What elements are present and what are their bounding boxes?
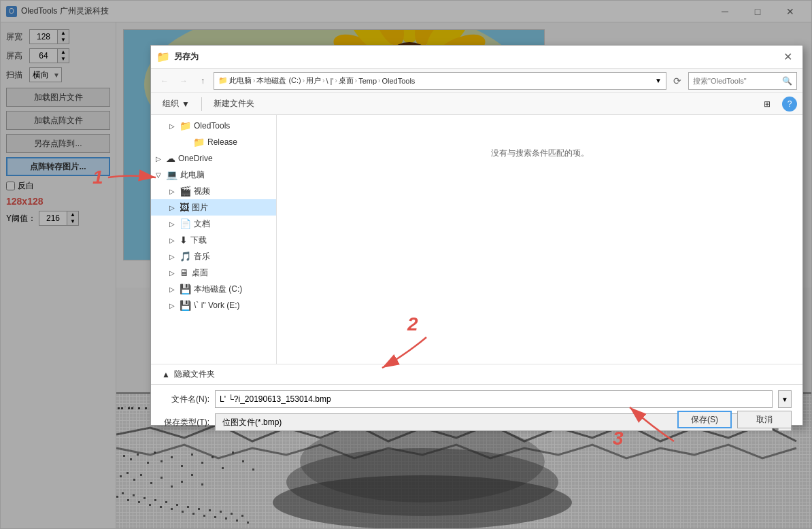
sidebar-label-oledtools: OledTools xyxy=(194,121,230,131)
sidebar-item-onedrive[interactable]: ▷ ☁ OneDrive xyxy=(151,150,276,167)
sidebar-label-downloads: 下载 xyxy=(190,235,207,246)
dialog-close-button[interactable]: ✕ xyxy=(778,48,797,67)
filename-row: 文件名(N): ▼ xyxy=(162,390,792,408)
sidebar-item-music[interactable]: ▷ 🎵 音乐 xyxy=(151,248,276,264)
expand-diske[interactable]: ▷ xyxy=(167,301,177,310)
dialog-bottom: 文件名(N): ▼ 保存类型(T): 位图文件(*.bmp) ▼ 保存(S) 取… xyxy=(151,384,802,437)
expand-onedrive[interactable]: ▷ xyxy=(154,154,163,163)
breadcrumb-temp: Temp xyxy=(358,77,377,85)
help-button[interactable]: ? xyxy=(782,97,797,112)
breadcrumb-bar[interactable]: 📁 此电脑 › 本地磁盘 (C:) › 用户 › \ |' › 桌面 › Tem… xyxy=(214,72,666,90)
refresh-button[interactable]: ⟳ xyxy=(669,73,686,89)
expand-desktop[interactable]: ▷ xyxy=(167,268,177,277)
search-box: 🔍 xyxy=(688,72,797,90)
sidebar-label-diskc: 本地磁盘 (C:) xyxy=(194,284,242,295)
dialog-actions: 保存(S) 取消 xyxy=(677,411,792,428)
filename-dropdown-button[interactable]: ▼ xyxy=(778,390,792,408)
sidebar-label-music: 音乐 xyxy=(194,251,210,262)
filename-input[interactable] xyxy=(215,390,773,408)
sidebar-label-onedrive: OneDrive xyxy=(178,154,213,163)
dialog-title-bar: 📁 另存为 ✕ xyxy=(151,46,802,69)
expand-oledtools[interactable]: ▷ xyxy=(167,121,177,131)
address-bar: ← → ↑ 📁 此电脑 › 本地磁盘 (C:) › 用户 › \ |' › 桌面… xyxy=(151,69,802,93)
expand-music[interactable]: ▷ xyxy=(167,252,177,261)
no-match-text: 没有与搜索条件匹配的项。 xyxy=(282,148,797,159)
file-sidebar: ▷ 📁 OledTools 📁 Release ▷ ☁ OneDrive xyxy=(151,115,277,364)
sidebar-item-oledtools[interactable]: ▷ 📁 OledTools xyxy=(151,118,276,134)
cancel-button[interactable]: 取消 xyxy=(737,411,792,428)
sidebar-label-images: 图片 xyxy=(192,202,208,214)
save-as-dialog: 📁 另存为 ✕ ← → ↑ 📁 此电脑 › 本地磁盘 (C:) › 用户 › \… xyxy=(150,45,803,426)
dialog-title-text: 另存为 xyxy=(174,51,199,63)
expand-computer[interactable]: ▽ xyxy=(154,170,163,180)
expand-docs[interactable]: ▷ xyxy=(167,219,177,228)
sidebar-label-video: 视频 xyxy=(194,186,210,197)
save-button[interactable]: 保存(S) xyxy=(677,411,732,428)
expand-downloads[interactable]: ▷ xyxy=(167,235,177,245)
organize-arrow: ▼ xyxy=(182,99,190,109)
breadcrumb-dropdown[interactable]: ▼ xyxy=(655,77,662,84)
sidebar-item-docs[interactable]: ▷ 📄 文档 xyxy=(151,216,276,232)
view-button[interactable]: ⊞ xyxy=(758,96,777,112)
expand-video[interactable]: ▷ xyxy=(167,186,177,196)
file-toolbar: 组织 ▼ 新建文件夹 ⊞ ? xyxy=(151,93,802,115)
breadcrumb-folder-icon: 📁 xyxy=(218,76,228,85)
organize-label: 组织 xyxy=(163,98,179,109)
breadcrumb-oledtools: OledTools xyxy=(382,77,415,85)
forward-button[interactable]: → xyxy=(175,73,192,89)
hide-folders-arrow: ▲ xyxy=(162,370,170,379)
expand-release[interactable] xyxy=(181,137,190,147)
search-input[interactable] xyxy=(693,77,779,85)
app-window: O OledTools 广州灵派科技 ─ □ ✕ 屏宽 128 ▲ ▼ 屏高 xyxy=(0,0,812,529)
file-list: 没有与搜索条件匹配的项。 xyxy=(277,115,802,364)
breadcrumb-desktop: 桌面 xyxy=(339,75,354,86)
sidebar-label-desktop: 桌面 xyxy=(192,267,208,279)
breadcrumb-disk: 本地磁盘 (C:) xyxy=(256,75,301,86)
sidebar-item-diske[interactable]: ▷ 💾 \` i" Vork (E:) xyxy=(151,297,276,313)
sidebar-item-diskc[interactable]: ▷ 💾 本地磁盘 (C:) xyxy=(151,281,276,297)
sidebar-item-desktop[interactable]: ▷ 🖥 桌面 xyxy=(151,264,276,281)
sidebar-label-computer: 此电脑 xyxy=(180,169,205,181)
search-icon: 🔍 xyxy=(782,76,792,86)
sidebar-label-release: Release xyxy=(207,137,237,147)
toolbar-separator xyxy=(201,97,202,111)
organize-button[interactable]: 组织 ▼ xyxy=(156,96,196,112)
sidebar-label-docs: 文档 xyxy=(194,218,210,230)
up-button[interactable]: ↑ xyxy=(194,73,211,89)
sidebar-item-computer[interactable]: ▽ 💻 此电脑 xyxy=(151,167,276,183)
breadcrumb-users: 用户 xyxy=(306,75,321,86)
dialog-content: ▷ 📁 OledTools 📁 Release ▷ ☁ OneDrive xyxy=(151,115,802,364)
hide-folders-label: 隐藏文件夹 xyxy=(174,369,215,380)
sidebar-item-video[interactable]: ▷ 🎬 视频 xyxy=(151,183,276,199)
breadcrumb-user: \ |' xyxy=(326,77,333,85)
back-button[interactable]: ← xyxy=(156,73,173,89)
hide-folders-row: ▲ 隐藏文件夹 xyxy=(151,364,802,384)
sidebar-label-diske: \` i" Vork (E:) xyxy=(194,301,240,310)
expand-diskc[interactable]: ▷ xyxy=(167,284,177,294)
filetype-label: 保存类型(T): xyxy=(162,417,209,428)
sidebar-item-images[interactable]: ▷ 🖼 图片 xyxy=(151,199,276,216)
breadcrumb-computer: 此电脑 xyxy=(229,75,252,86)
filename-label: 文件名(N): xyxy=(162,394,209,405)
dialog-title-left: 📁 另存为 xyxy=(156,50,199,63)
sidebar-item-release[interactable]: 📁 Release xyxy=(151,134,276,150)
new-folder-button[interactable]: 新建文件夹 xyxy=(207,96,260,112)
expand-images[interactable]: ▷ xyxy=(167,203,177,212)
dialog-folder-icon: 📁 xyxy=(156,50,170,63)
sidebar-item-downloads[interactable]: ▷ ⬇ 下载 xyxy=(151,232,276,248)
